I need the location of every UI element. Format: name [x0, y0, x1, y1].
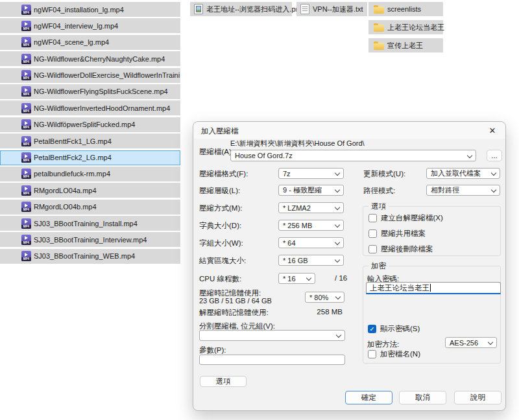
file-row[interactable]: PetalBenttFck1_LG.mp4	[0, 134, 180, 148]
file-name: NG-WildföpwerSplitFucked.mp4	[34, 121, 136, 128]
file-name: RMgordLO04b.mp4	[34, 203, 97, 211]
mp4-file-icon	[21, 251, 31, 261]
file-item-txt[interactable]: VPN--加速器.txt	[296, 2, 367, 16]
split-volume-combo[interactable]	[199, 330, 345, 341]
path-mode-combo[interactable]: 相對路徑	[426, 185, 500, 196]
file-item-png[interactable]: 老王地址--浏览器扫码进入.png	[190, 2, 292, 16]
checkbox-icon	[368, 245, 377, 253]
add-to-archive-dialog: 加入壓縮檔 ✕ 壓縮檔(A): E:\新增資料夾\新增資料夾\House Of …	[193, 121, 506, 411]
mp4-file-icon	[21, 54, 31, 64]
word-size-combo[interactable]: * 64	[278, 237, 344, 248]
mp4-file-icon	[21, 185, 31, 196]
mp4-file-icon	[21, 119, 31, 130]
browse-button[interactable]: ...	[487, 150, 502, 161]
method-label: 壓縮方式(M):	[199, 204, 242, 213]
close-icon[interactable]: ✕	[485, 124, 500, 137]
delete-after-checkbox[interactable]: 壓縮後刪除檔案	[368, 244, 433, 254]
cpu-threads-value: * 16	[283, 275, 296, 283]
file-row[interactable]: NG-WildföpwerSplitFucked.mp4	[0, 117, 180, 132]
folder-icon	[374, 43, 384, 50]
encryption-method-combo[interactable]: AES-256	[445, 337, 497, 348]
format-value: 7z	[283, 170, 291, 178]
encrypt-filenames-checkbox[interactable]: 加密檔名(N)	[368, 349, 420, 359]
file-row[interactable]: SJ03_BBootTraining_Install.mp4	[0, 216, 180, 231]
file-name: ngWF04_interview_lg.mp4	[34, 22, 118, 30]
ok-button[interactable]: 確定	[345, 391, 392, 404]
mp4-file-icon	[21, 21, 31, 31]
update-mode-value: 加入並取代檔案	[431, 169, 481, 178]
show-password-checkbox[interactable]: ✓ 顯示密碼(S)	[368, 324, 420, 334]
desktop-view: ngWF04_installation_lg.mp4 ngWF04_interv…	[0, 0, 519, 420]
mp4-file-icon	[21, 136, 31, 146]
file-row[interactable]: NG-WildflowerFlyingSplitsFuckScene.mp4	[0, 84, 180, 99]
folder-item[interactable]: screenlists	[368, 2, 443, 16]
solid-block-combo[interactable]: * 16 GB	[278, 255, 344, 266]
chevron-down-icon	[335, 294, 341, 299]
chevron-down-icon	[335, 257, 340, 262]
chevron-down-icon	[306, 275, 311, 281]
word-size-value: * 64	[283, 239, 296, 247]
level-combo[interactable]: 9 - 極致壓縮	[278, 185, 344, 196]
archive-path: E:\新增資料夾\新增資料夾\House Of Gord\	[230, 139, 365, 148]
format-label: 壓縮檔格式(F):	[199, 169, 248, 179]
dict-size-combo[interactable]: * 256 MB	[278, 220, 344, 231]
format-combo[interactable]: 7z	[278, 168, 344, 179]
password-value: 上老王论坛当老王	[370, 283, 429, 293]
folder-item[interactable]: 宣传上老王	[368, 38, 443, 52]
options-group: 選項 建立自解壓縮檔(X) 壓縮共用檔案 壓縮後刪除檔案	[363, 206, 501, 256]
dialog-titlebar[interactable]	[193, 122, 505, 139]
archive-name-combo[interactable]: House Of Gord.7z	[230, 150, 476, 161]
options-group-title: 選項	[368, 202, 389, 211]
file-row[interactable]: petalbundlefuck-rm.mp4	[0, 167, 180, 181]
archive-label: 壓縮檔(A):	[199, 147, 234, 157]
cancel-button[interactable]: 取消	[399, 391, 446, 404]
file-row[interactable]: ngWF04_scene_lg.mp4	[0, 35, 180, 50]
file-name: SJ03_BBootTraining_Install.mp4	[34, 220, 138, 228]
file-row[interactable]: NG-Wildflower&CherryNaughtyCake.mp4	[0, 51, 180, 66]
level-value: 9 - 極致壓縮	[283, 185, 322, 195]
file-name: PetalBenttFck1_LG.mp4	[34, 137, 112, 145]
file-name: NG-Wildflower&CherryNaughtyCake.mp4	[34, 55, 165, 63]
file-row[interactable]: SJ03_BBootTraining_Interview.mp4	[0, 232, 180, 247]
update-mode-combo[interactable]: 加入並取代檔案	[426, 168, 500, 179]
method-combo[interactable]: * LZMA2	[278, 202, 344, 213]
password-input[interactable]: 上老王论坛当老王	[366, 282, 501, 294]
file-row[interactable]: ngWF04_interview_lg.mp4	[0, 18, 180, 33]
mp4-file-icon	[21, 70, 31, 80]
file-name: ngWF04_installation_lg.mp4	[34, 6, 124, 14]
level-label: 壓縮層級(L):	[199, 186, 240, 196]
file-row[interactable]: NG-WildflowerDollExercise_WildflowerInTr…	[0, 68, 180, 83]
file-list: ngWF04_installation_lg.mp4 ngWF04_interv…	[0, 2, 180, 264]
file-name: PetalBenttFck2_LG.mp4	[34, 154, 112, 161]
mp4-file-icon	[21, 86, 31, 97]
file-row[interactable]: RMgordLO04b.mp4	[0, 200, 180, 215]
create-sfx-checkbox[interactable]: 建立自解壓縮檔(X)	[368, 213, 443, 223]
chevron-down-icon	[335, 205, 340, 210]
file-row-selected[interactable]: PetalBenttFck2_LG.mp4	[0, 150, 180, 165]
cpu-threads-combo[interactable]: * 16	[278, 273, 315, 284]
checkbox-icon	[368, 214, 377, 222]
parameters-input[interactable]	[199, 355, 345, 365]
path-mode-label: 路徑模式:	[363, 186, 395, 196]
file-row[interactable]: SJ03_BBootTraining_WEB.mp4	[0, 249, 180, 264]
encryption-method-label: 加密方法:	[367, 340, 399, 349]
help-button[interactable]: 說明	[454, 391, 501, 404]
mp4-file-icon	[21, 5, 31, 15]
checkbox-label: 建立自解壓縮檔(X)	[381, 213, 443, 223]
chevron-down-icon	[488, 340, 493, 345]
mem-compress-combo[interactable]: * 80%	[305, 292, 344, 303]
file-name: NG-WildflowerDollExercise_WildflowerInTr…	[34, 71, 180, 79]
solid-block-value: * 16 GB	[283, 257, 308, 264]
folder-name: 上老王论坛当老王	[387, 23, 444, 32]
file-row[interactable]: ngWF04_installation_lg.mp4	[0, 2, 180, 17]
file-row[interactable]: NG-WildflowerInvertedHoodOrnament.mp4	[0, 100, 180, 115]
compress-shared-checkbox[interactable]: 壓縮共用檔案	[368, 229, 426, 239]
file-row[interactable]: RMgordLO04a.mp4	[0, 183, 180, 198]
mem-compress-detail: 23 GB / 51 GB / 64 GB	[199, 297, 272, 305]
mp4-file-icon	[21, 103, 31, 113]
folder-item[interactable]: 上老王论坛当老王	[368, 20, 443, 34]
checkbox-checked-icon: ✓	[368, 325, 376, 333]
text-file-icon	[300, 4, 309, 14]
options-button[interactable]: 選項	[200, 376, 247, 387]
file-name: 老王地址--浏览器扫码进入.png	[206, 5, 304, 14]
